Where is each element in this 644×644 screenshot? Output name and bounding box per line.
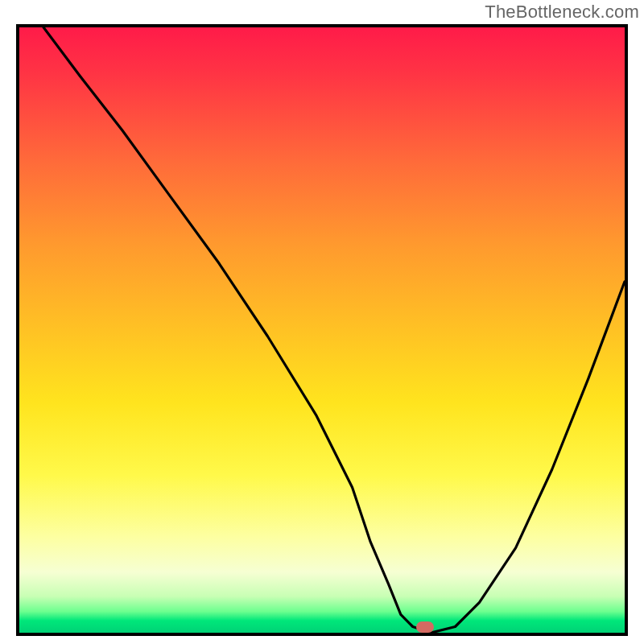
minimum-marker bbox=[416, 621, 434, 633]
chart-container: TheBottleneck.com bbox=[0, 0, 644, 644]
watermark-text: TheBottleneck.com bbox=[485, 2, 639, 23]
bottleneck-curve bbox=[19, 27, 625, 633]
plot-area bbox=[16, 24, 628, 636]
